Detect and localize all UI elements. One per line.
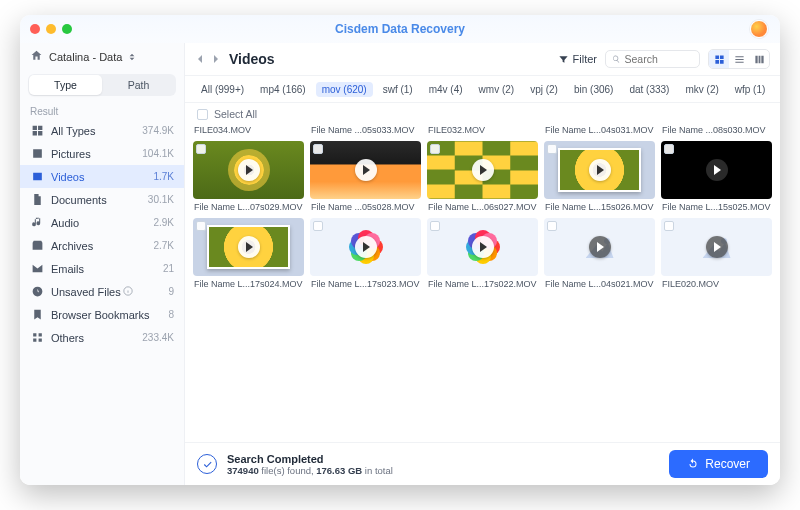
- video-thumbnail[interactable]: [310, 218, 421, 276]
- play-icon: [706, 159, 728, 181]
- tab-type[interactable]: Type: [29, 75, 102, 95]
- tab-path[interactable]: Path: [102, 75, 175, 95]
- search-icon: [612, 54, 620, 64]
- file-cell[interactable]: File Name L...17s022.MOV: [427, 218, 538, 289]
- select-all-checkbox[interactable]: [197, 109, 208, 120]
- file-cell[interactable]: File Name L...17s023.MOV: [310, 218, 421, 289]
- file-name: File Name L...15s025.MOV: [661, 199, 772, 212]
- play-icon: [472, 159, 494, 181]
- file-cell[interactable]: File Name L...04s031.MOV: [544, 125, 655, 135]
- search-input[interactable]: [624, 53, 693, 65]
- file-checkbox[interactable]: [313, 221, 323, 231]
- chevron-updown-icon: [128, 51, 136, 63]
- file-cell[interactable]: File Name L...17s024.MOV: [193, 218, 304, 289]
- sidebar-item-videos[interactable]: Videos1.7K: [20, 165, 184, 188]
- sidebar-item-audio[interactable]: Audio2.9K: [20, 211, 184, 234]
- chip-mp4[interactable]: mp4 (166): [254, 82, 312, 97]
- file-cell[interactable]: File Name ...08s030.MOV: [661, 125, 772, 135]
- file-checkbox[interactable]: [547, 221, 557, 231]
- chip-bin[interactable]: bin (306): [568, 82, 619, 97]
- file-name: File Name L...17s023.MOV: [310, 276, 421, 289]
- sidebar-item-all-types[interactable]: All Types374.9K: [20, 119, 184, 142]
- file-cell[interactable]: File Name ...05s028.MOV: [310, 141, 421, 212]
- file-name: File Name ...05s028.MOV: [310, 199, 421, 212]
- user-avatar[interactable]: [750, 20, 768, 38]
- file-checkbox[interactable]: [313, 144, 323, 154]
- select-all-row[interactable]: Select All: [185, 103, 780, 125]
- file-grid: FILE034.MOVFile Name ...05s033.MOVFILE03…: [193, 125, 772, 289]
- file-cell[interactable]: File Name L...07s029.MOV: [193, 141, 304, 212]
- scan-complete-icon: [197, 454, 217, 474]
- column-view-button[interactable]: [749, 50, 769, 68]
- video-thumbnail[interactable]: [193, 218, 304, 276]
- file-cell[interactable]: FILE032.MOV: [427, 125, 538, 135]
- video-thumbnail[interactable]: [661, 218, 772, 276]
- video-thumbnail[interactable]: [193, 141, 304, 199]
- section-label-result: Result: [20, 102, 184, 119]
- file-cell[interactable]: FILE034.MOV: [193, 125, 304, 135]
- file-grid-scroll[interactable]: FILE034.MOVFile Name ...05s033.MOVFILE03…: [185, 125, 780, 442]
- chip-dat[interactable]: dat (333): [623, 82, 675, 97]
- sidebar-item-others[interactable]: Others233.4K: [20, 326, 184, 349]
- video-thumbnail[interactable]: [427, 218, 538, 276]
- file-checkbox[interactable]: [196, 144, 206, 154]
- file-checkbox[interactable]: [664, 144, 674, 154]
- video-thumbnail[interactable]: [661, 141, 772, 199]
- video-thumbnail[interactable]: [544, 141, 655, 199]
- file-cell[interactable]: File Name L...15s026.MOV: [544, 141, 655, 212]
- chip-m4v[interactable]: m4v (4): [423, 82, 469, 97]
- file-cell[interactable]: File Name L...15s025.MOV: [661, 141, 772, 212]
- file-name: FILE034.MOV: [193, 125, 304, 135]
- video-thumbnail[interactable]: [427, 141, 538, 199]
- chip-rm[interactable]: rm (2): [775, 82, 780, 97]
- sidebar-item-archives[interactable]: Archives2.7K: [20, 234, 184, 257]
- view-switch: [708, 49, 770, 69]
- video-thumbnail[interactable]: [310, 141, 421, 199]
- sidebar-item-pictures[interactable]: Pictures104.1K: [20, 142, 184, 165]
- footer: Search Completed 374940 file(s) found, 1…: [185, 442, 780, 485]
- sidebar-item-emails[interactable]: Emails21: [20, 257, 184, 280]
- archive-icon: [30, 239, 44, 252]
- breadcrumb[interactable]: Catalina - Data: [20, 43, 184, 70]
- play-icon: [355, 159, 377, 181]
- section-title: Videos: [229, 51, 275, 67]
- chip-wmv[interactable]: wmv (2): [473, 82, 521, 97]
- video-thumbnail[interactable]: [544, 218, 655, 276]
- file-cell[interactable]: File Name ...05s033.MOV: [310, 125, 421, 135]
- chip-mkv[interactable]: mkv (2): [679, 82, 724, 97]
- video-icon: [30, 170, 44, 183]
- file-name: File Name L...07s029.MOV: [193, 199, 304, 212]
- breadcrumb-label: Catalina - Data: [49, 51, 122, 63]
- list-view-button[interactable]: [729, 50, 749, 68]
- grid-icon: [714, 54, 725, 65]
- recover-button[interactable]: Recover: [669, 450, 768, 478]
- chip-vpj[interactable]: vpj (2): [524, 82, 564, 97]
- filter-button[interactable]: Filter: [558, 53, 597, 65]
- chip-All[interactable]: All (999+): [195, 82, 250, 97]
- file-name: File Name L...17s024.MOV: [193, 276, 304, 289]
- main-panel: Videos Filter All (999+)mp4 (166)mov (62…: [185, 43, 780, 485]
- back-button[interactable]: [195, 50, 205, 68]
- view-mode-segmented: Type Path: [28, 74, 176, 96]
- chip-mov[interactable]: mov (620): [316, 82, 373, 97]
- chip-swf[interactable]: swf (1): [377, 82, 419, 97]
- category-list: All Types374.9KPictures104.1KVideos1.7KD…: [20, 119, 184, 485]
- file-cell[interactable]: FILE020.MOV: [661, 218, 772, 289]
- chip-wfp[interactable]: wfp (1): [729, 82, 772, 97]
- file-cell[interactable]: File Name L...06s027.MOV: [427, 141, 538, 212]
- sidebar-item-unsaved-files[interactable]: Unsaved Files9: [20, 280, 184, 303]
- file-name: FILE020.MOV: [661, 276, 772, 289]
- sidebar-item-documents[interactable]: Documents30.1K: [20, 188, 184, 211]
- file-checkbox[interactable]: [547, 144, 557, 154]
- sidebar-item-browser-bookmarks[interactable]: Browser Bookmarks8: [20, 303, 184, 326]
- file-checkbox[interactable]: [430, 144, 440, 154]
- grid-view-button[interactable]: [709, 50, 729, 68]
- columns-icon: [754, 54, 765, 65]
- list-icon: [734, 54, 745, 65]
- file-checkbox[interactable]: [196, 221, 206, 231]
- file-checkbox[interactable]: [430, 221, 440, 231]
- file-checkbox[interactable]: [664, 221, 674, 231]
- file-cell[interactable]: File Name L...04s021.MOV: [544, 218, 655, 289]
- forward-button[interactable]: [211, 50, 221, 68]
- search-box[interactable]: [605, 50, 700, 68]
